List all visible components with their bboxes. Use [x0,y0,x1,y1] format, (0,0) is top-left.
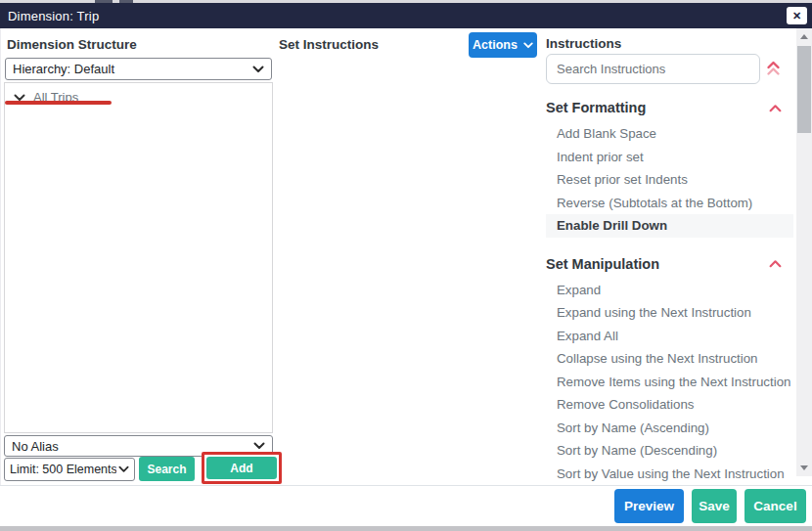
search-instructions-input[interactable] [546,54,760,84]
screen: Dimension: Trip ✕ Dimension Structure Hi… [0,0,812,531]
triangle-up-icon [800,34,808,39]
instruction-item[interactable]: Expand [546,279,793,302]
page-background-bottom [0,526,812,531]
modal-footer: Preview Save Cancel [0,485,812,526]
annotation-underline [5,101,112,105]
instruction-item[interactable]: Remove Items using the Next Instruction [546,371,793,394]
chevron-down-icon [523,42,533,49]
instruction-item[interactable]: Enable Drill Down [546,214,793,238]
section-title: Set Manipulation [546,256,659,272]
actions-button-label: Actions [473,38,518,52]
hierarchy-select[interactable]: Hierarchy: Default [5,58,272,80]
actions-button[interactable]: Actions [469,32,537,58]
close-button[interactable]: ✕ [787,7,807,24]
instruction-item[interactable]: Collapse using the Next Instruction [546,347,793,371]
instruction-item[interactable]: Remove Consolidations [546,393,793,417]
chevron-down-icon [118,465,129,473]
search-button[interactable]: Search [139,457,195,481]
instructions-list: Set FormattingAdd Blank SpaceIndent prio… [546,93,793,485]
scrollbar-up-button[interactable] [796,28,812,45]
dimension-modal: Dimension: Trip ✕ Dimension Structure Hi… [0,3,812,526]
instruction-item[interactable]: Sort by Value using the Next Instruction [546,463,793,486]
scrollbar-thumb[interactable] [797,46,811,133]
instruction-item[interactable]: Expand using the Next Instruction [546,301,793,325]
instructions-heading: Instructions [546,36,621,51]
save-button[interactable]: Save [692,489,737,523]
instruction-item[interactable]: Expand All [546,325,793,348]
chevron-down-icon [252,66,264,73]
modal-body: Dimension Structure Hierarchy: Default A… [0,28,812,485]
scrollbar-down-button[interactable] [796,460,812,476]
section-header[interactable]: Set Formatting [546,93,793,122]
section-header[interactable]: Set Manipulation [546,249,793,279]
instruction-item[interactable]: Reset prior set Indents [546,168,793,192]
scrollbar[interactable] [796,28,812,476]
modal-title: Dimension: Trip [8,9,99,23]
set-instructions-heading: Set Instructions [279,37,379,52]
cancel-button[interactable]: Cancel [744,489,806,523]
instruction-item[interactable]: Indent prior set [546,146,793,169]
instruction-item[interactable]: Add Blank Space [546,122,793,146]
instruction-item[interactable]: Sort by Name (Descending) [546,439,793,463]
annotation-box: Add [202,452,282,484]
modal-header: Dimension: Trip ✕ [0,3,812,28]
add-button[interactable]: Add [206,457,277,479]
chevron-down-icon [253,442,265,450]
collapse-all-icon[interactable] [765,60,782,77]
preview-button[interactable]: Preview [614,489,684,523]
instruction-item[interactable]: Sort by Name (Ascending) [546,417,793,440]
limit-select-value: Limit: 500 Elements [10,463,116,476]
dimension-tree: All Trips [4,82,273,433]
triangle-down-icon [800,465,808,470]
close-icon: ✕ [792,11,801,22]
collapse-section-icon[interactable] [769,104,782,112]
collapse-section-icon[interactable] [769,259,782,268]
hierarchy-select-value: Hierarchy: Default [13,62,247,76]
instruction-item[interactable]: Reverse (Subtotals at the Bottom) [546,192,793,215]
dimension-structure-heading: Dimension Structure [7,37,137,52]
limit-select[interactable]: Limit: 500 Elements [4,458,135,481]
section-title: Set Formatting [546,100,646,115]
